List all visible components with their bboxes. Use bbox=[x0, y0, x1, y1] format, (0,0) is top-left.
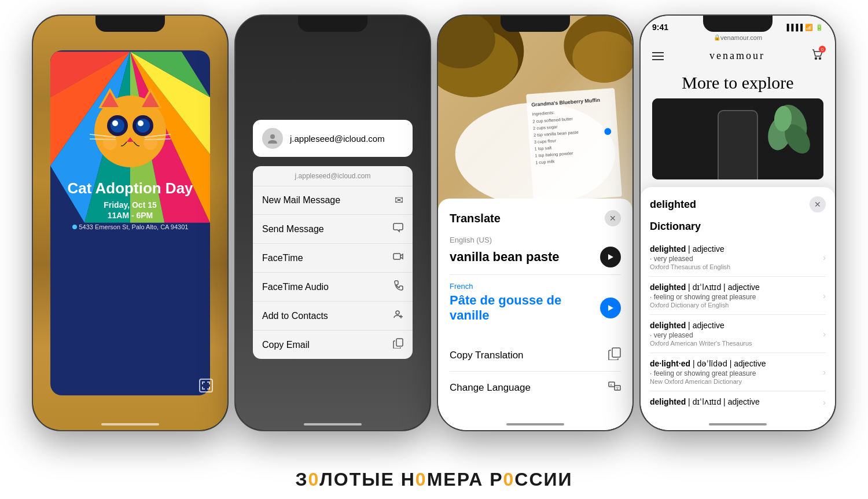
target-text: Pâte de gousse de vanille bbox=[450, 293, 600, 323]
dict-entry-3[interactable]: delighted | adjective · very pleased Oxf… bbox=[650, 315, 826, 353]
svg-point-29 bbox=[144, 136, 157, 150]
menu-new-mail[interactable]: New Mail Message ✉ bbox=[253, 186, 413, 215]
svg-point-19 bbox=[111, 119, 124, 133]
svg-marker-54 bbox=[608, 305, 613, 311]
dict-entry-4[interactable]: de·light·ed | dəˈlīdəd | adjective · fee… bbox=[650, 353, 826, 391]
phone-1-screen: Cat Adoption Day Friday, Oct 15 11AM - 6… bbox=[33, 16, 227, 430]
chevron-right-icon-2: › bbox=[823, 291, 826, 300]
svg-point-60 bbox=[815, 58, 816, 60]
url-bar: 🔒 venamour.com bbox=[641, 32, 835, 43]
context-email-label: j.appleseed@icloud.com bbox=[253, 166, 413, 186]
dict-entry-3-main: delighted | adjective bbox=[650, 321, 823, 330]
copy-icon bbox=[393, 338, 403, 351]
signal-icon: ▐▐▐▐ bbox=[785, 24, 803, 31]
russian-text: З0ЛОТЫЕ Н0МЕРА Р0ССИИ bbox=[17, 469, 851, 490]
dict-entry-1-content: delighted | adjective · very pleased Oxf… bbox=[650, 244, 823, 270]
cart-button[interactable]: 0 bbox=[811, 48, 823, 64]
svg-rect-55 bbox=[612, 348, 620, 357]
menu-copy-email[interactable]: Copy Email bbox=[253, 331, 413, 359]
status-time: 9:41 bbox=[652, 23, 668, 32]
svg-point-21 bbox=[112, 120, 118, 126]
source-text-row: vanilla bean paste bbox=[450, 247, 621, 267]
menu-facetime-label: FaceTime bbox=[262, 253, 303, 263]
explore-title: More to explore bbox=[641, 68, 835, 98]
svg-text:文: 文 bbox=[616, 386, 619, 390]
dict-header: delighted ✕ bbox=[650, 196, 826, 212]
translate-divider bbox=[450, 274, 621, 275]
bottom-banner: З0ЛОТЫЕ Н0МЕРА Р0ССИИ bbox=[17, 469, 851, 490]
svg-point-40 bbox=[572, 31, 632, 83]
home-indicator-2 bbox=[304, 423, 362, 425]
battery-icon: 🔋 bbox=[815, 24, 823, 31]
dict-entry-2[interactable]: delighted | dɪˈlʌɪtɪd | adjective · feel… bbox=[650, 277, 826, 315]
cat-text: Cat Adoption Day Friday, Oct 15 11AM - 6… bbox=[58, 174, 201, 236]
avatar bbox=[262, 128, 283, 149]
dict-section-title: Dictionary bbox=[650, 221, 826, 233]
dict-entry-1[interactable]: delighted | adjective · very pleased Oxf… bbox=[650, 239, 826, 277]
dict-entry-4-main: de·light·ed | dəˈlīdəd | adjective bbox=[650, 359, 823, 368]
menu-add-contacts-label: Add to Contacts bbox=[262, 311, 328, 321]
copy-translation-action[interactable]: Copy Translation bbox=[450, 339, 621, 372]
change-language-action[interactable]: Change Language A 文 bbox=[450, 372, 621, 403]
menu-facetime[interactable]: FaceTime bbox=[253, 244, 413, 273]
dict-entry-5[interactable]: delighted | dɪˈlʌɪtɪd | adjective › bbox=[650, 391, 826, 413]
phones-row: Cat Adoption Day Friday, Oct 15 11AM - 6… bbox=[0, 0, 868, 440]
menu-facetime-audio-label: FaceTime Audio bbox=[262, 282, 329, 292]
hero-image bbox=[652, 98, 823, 179]
svg-rect-31 bbox=[393, 254, 400, 259]
dict-entry-1-main: delighted | adjective bbox=[650, 244, 823, 254]
source-lang-label: English (US) bbox=[450, 236, 621, 244]
phone-1: Cat Adoption Day Friday, Oct 15 11AM - 6… bbox=[32, 14, 229, 431]
cat-date: Friday, Oct 15 bbox=[67, 200, 193, 210]
phone-3-screen: Grandma's Blueberry Muffin Ingredients: … bbox=[438, 16, 632, 430]
svg-point-32 bbox=[396, 311, 399, 314]
change-language-icon: A 文 bbox=[608, 380, 621, 395]
svg-rect-35 bbox=[396, 339, 403, 346]
email-header-card: j.appleseed@icloud.com bbox=[253, 120, 413, 157]
phone-4: 9:41 ▐▐▐▐ 📶 🔋 🔒 venamour.com bbox=[639, 14, 836, 431]
source-text: vanilla bean paste bbox=[450, 250, 600, 265]
copy-translation-icon bbox=[608, 347, 621, 363]
phone-in-hero bbox=[718, 110, 758, 179]
dict-entry-5-content: delighted | dɪˈlʌɪtɪd | adjective bbox=[650, 397, 823, 408]
dict-entry-4-source: New Oxford American Dictionary bbox=[650, 378, 823, 385]
navbar: venamour 0 bbox=[641, 43, 835, 68]
dict-entry-2-content: delighted | dɪˈlʌɪtɪd | adjective · feel… bbox=[650, 282, 823, 309]
dict-entry-4-desc: · feeling or showing great pleasure bbox=[650, 369, 823, 377]
dict-entry-3-content: delighted | adjective · very pleased Oxf… bbox=[650, 321, 823, 347]
menu-copy-email-label: Copy Email bbox=[262, 340, 310, 350]
phone-3: Grandma's Blueberry Muffin Ingredients: … bbox=[437, 14, 634, 431]
url-text: venamour.com bbox=[720, 34, 762, 41]
target-play-button[interactable] bbox=[600, 298, 621, 318]
translate-header: Translate ✕ bbox=[450, 210, 621, 226]
svg-point-22 bbox=[138, 120, 144, 126]
hamburger-button[interactable] bbox=[652, 52, 664, 60]
status-icons: ▐▐▐▐ 📶 🔋 bbox=[785, 24, 823, 31]
dict-close-button[interactable]: ✕ bbox=[810, 196, 826, 212]
home-indicator-4 bbox=[709, 423, 767, 425]
menu-facetime-audio[interactable]: FaceTime Audio bbox=[253, 273, 413, 302]
target-lang-section: French Pâte de gousse de vanille bbox=[450, 282, 621, 323]
cat-adoption-card: Cat Adoption Day Friday, Oct 15 11AM - 6… bbox=[50, 50, 210, 395]
menu-send-message-label: Send Message bbox=[262, 224, 324, 234]
cat-time: 11AM - 6PM bbox=[67, 211, 193, 220]
dict-entry-3-source: Oxford American Writer's Thesaurus bbox=[650, 340, 823, 347]
cat-title: Cat Adoption Day bbox=[67, 180, 193, 197]
contacts-icon bbox=[393, 309, 403, 322]
wifi-icon: 📶 bbox=[805, 24, 813, 31]
dict-word: delighted bbox=[650, 199, 696, 211]
source-play-button[interactable] bbox=[600, 247, 621, 267]
status-bar: 9:41 ▐▐▐▐ 📶 🔋 bbox=[641, 16, 835, 32]
message-icon bbox=[393, 222, 403, 236]
chevron-right-icon-4: › bbox=[823, 368, 826, 377]
translate-sheet: Translate ✕ English (US) vanilla bean pa… bbox=[438, 199, 632, 430]
svg-point-20 bbox=[136, 119, 150, 133]
menu-send-message[interactable]: Send Message bbox=[253, 215, 413, 244]
cart-badge: 0 bbox=[819, 46, 826, 53]
menu-add-contacts[interactable]: Add to Contacts bbox=[253, 302, 413, 331]
home-indicator-3 bbox=[506, 423, 564, 425]
dict-entry-4-content: de·light·ed | dəˈlīdəd | adjective · fee… bbox=[650, 359, 823, 385]
fullscreen-icon[interactable] bbox=[199, 379, 213, 392]
svg-text:A: A bbox=[610, 383, 612, 387]
translate-close-button[interactable]: ✕ bbox=[605, 210, 621, 226]
